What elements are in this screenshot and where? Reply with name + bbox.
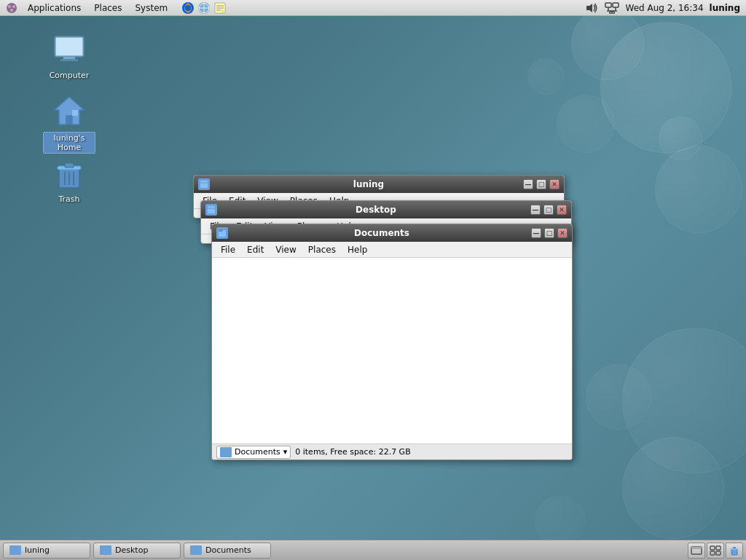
- svg-rect-15: [605, 3, 611, 7]
- dropdown-arrow: ▾: [283, 447, 288, 457]
- svg-marker-14: [586, 4, 592, 12]
- username: luning: [710, 3, 740, 13]
- notes-icon[interactable]: [213, 2, 227, 14]
- luning-close-btn[interactable]: ✕: [549, 179, 560, 189]
- desktop-close-btn[interactable]: ✕: [557, 205, 567, 215]
- documents-menubar: File Edit View Places Help: [212, 242, 572, 258]
- svg-rect-42: [691, 547, 702, 549]
- documents-folder-name: Documents: [235, 447, 280, 457]
- firefox-icon[interactable]: [181, 2, 195, 14]
- desktop-maximize-btn[interactable]: □: [543, 205, 554, 215]
- svg-rect-37: [208, 206, 215, 213]
- desktop-window-controls: — □ ✕: [530, 205, 567, 215]
- volume-icon[interactable]: [584, 2, 599, 14]
- network-status-icon[interactable]: [605, 2, 619, 14]
- svg-rect-27: [66, 116, 72, 125]
- svg-rect-16: [613, 3, 619, 7]
- taskbar: luning Desktop Documents: [0, 540, 746, 560]
- luning-titlebar[interactable]: luning — □ ✕: [194, 176, 564, 193]
- network-icon[interactable]: [197, 2, 211, 14]
- computer-icon-label: Computer: [43, 70, 95, 81]
- applications-menu[interactable]: Applications: [22, 1, 87, 15]
- desktop-titlebar[interactable]: Desktop — □ ✕: [201, 201, 571, 218]
- documents-statusbar: Documents ▾ 0 items, Free space: 22.7 GB: [212, 443, 572, 460]
- svg-point-5: [185, 5, 191, 11]
- desktop-minimize-btn[interactable]: —: [530, 205, 541, 215]
- taskbar-right: [688, 543, 743, 559]
- location-folder-icon: [220, 447, 232, 457]
- svg-rect-48: [731, 548, 738, 550]
- home-icon-label: luning's Home: [43, 132, 95, 154]
- documents-task-icon: [190, 545, 202, 555]
- svg-point-2: [12, 5, 15, 8]
- home-icon[interactable]: luning's Home: [40, 91, 98, 157]
- desktop-window-icon: [205, 204, 217, 216]
- documents-menu-file[interactable]: File: [215, 243, 241, 256]
- luning-window-icon: [198, 178, 210, 190]
- luning-taskbar-btn[interactable]: luning: [3, 543, 90, 559]
- documents-window: Documents — □ ✕ File Edit View Places He…: [211, 224, 573, 460]
- svg-rect-40: [219, 229, 223, 232]
- documents-menu-view[interactable]: View: [270, 243, 302, 256]
- luning-maximize-btn[interactable]: □: [536, 179, 546, 189]
- documents-window-title: Documents: [232, 228, 531, 238]
- svg-rect-43: [710, 546, 715, 550]
- computer-icon[interactable]: Computer: [40, 29, 98, 84]
- trash-icon[interactable]: Trash: [40, 153, 98, 208]
- svg-rect-46: [716, 551, 721, 555]
- luning-minimize-btn[interactable]: —: [523, 179, 533, 189]
- desktop-task-icon: [100, 545, 111, 555]
- svg-point-1: [8, 5, 11, 8]
- svg-rect-31: [65, 163, 74, 167]
- documents-titlebar[interactable]: Documents — □ ✕: [212, 224, 572, 242]
- menubar-right: Wed Aug 2, 16:34 luning: [584, 2, 746, 14]
- documents-menu-places[interactable]: Places: [302, 243, 342, 256]
- documents-content: [212, 258, 572, 443]
- window-list-btn[interactable]: [707, 543, 724, 559]
- documents-task-label: Documents: [205, 545, 251, 555]
- desktop-task-label: Desktop: [115, 545, 148, 555]
- documents-window-icon: [216, 227, 228, 239]
- datetime: Wed Aug 2, 16:34: [625, 3, 703, 13]
- svg-rect-44: [716, 546, 721, 550]
- trash-icon-label: Trash: [43, 194, 95, 205]
- show-desktop-btn[interactable]: [688, 543, 705, 559]
- documents-menu-edit[interactable]: Edit: [241, 243, 270, 256]
- svg-rect-25: [60, 59, 78, 61]
- system-menu[interactable]: System: [129, 1, 173, 15]
- svg-rect-49: [733, 547, 736, 548]
- svg-rect-35: [200, 181, 208, 188]
- documents-minimize-btn[interactable]: —: [531, 228, 541, 238]
- documents-menu-help[interactable]: Help: [342, 243, 373, 256]
- desktop-window-title: Desktop: [221, 205, 530, 215]
- luning-task-icon: [9, 545, 21, 555]
- documents-window-controls: — □ ✕: [531, 228, 568, 238]
- gnome-icon: [3, 2, 20, 14]
- svg-rect-47: [731, 549, 737, 555]
- luning-task-label: luning: [25, 545, 50, 555]
- svg-rect-23: [56, 38, 82, 55]
- places-menu[interactable]: Places: [88, 1, 127, 15]
- documents-status-info: 0 items, Free space: 22.7 GB: [295, 447, 410, 457]
- svg-point-3: [10, 9, 13, 12]
- documents-close-btn[interactable]: ✕: [557, 228, 568, 238]
- documents-location-dropdown[interactable]: Documents ▾: [216, 446, 291, 459]
- luning-window-controls: — □ ✕: [523, 179, 560, 189]
- desktop-taskbar-btn[interactable]: Desktop: [93, 543, 181, 559]
- svg-rect-45: [710, 551, 715, 555]
- svg-rect-28: [72, 110, 78, 116]
- documents-taskbar-btn[interactable]: Documents: [184, 543, 271, 559]
- trash-applet-btn[interactable]: [726, 543, 743, 559]
- luning-window-title: luning: [214, 179, 523, 189]
- documents-maximize-btn[interactable]: □: [544, 228, 554, 238]
- menubar: Applications Places System: [0, 0, 746, 16]
